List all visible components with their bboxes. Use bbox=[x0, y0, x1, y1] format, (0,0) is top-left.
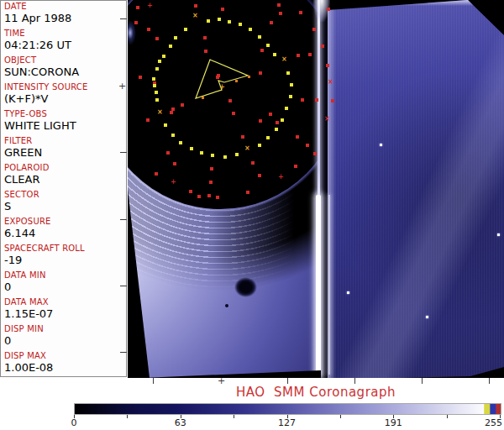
fiducial-red-dot bbox=[181, 103, 184, 107]
field-label: TIME bbox=[4, 29, 126, 39]
fiducial-red-dot bbox=[270, 21, 273, 24]
fiducial-red-x: × bbox=[328, 79, 333, 86]
fiducial-red-dot bbox=[306, 144, 309, 147]
colorbar-label: 63 bbox=[175, 417, 186, 428]
fiducial-red-dot bbox=[232, 112, 235, 115]
fiducial-red-dot bbox=[321, 45, 324, 48]
field-value: SUN:CORONA bbox=[4, 66, 126, 78]
field-label: SPACECRAFT ROLL bbox=[4, 244, 126, 254]
fiducial-red-x: × bbox=[324, 116, 330, 123]
colorbar-label: 127 bbox=[278, 417, 296, 428]
bottom-axis-tick bbox=[354, 378, 355, 384]
field-value: (K+F)*V bbox=[4, 92, 126, 105]
fiducial-red-dot bbox=[246, 191, 249, 194]
fiducial-yellow-dot bbox=[190, 147, 193, 150]
field-label: TYPE-OBS bbox=[4, 109, 126, 119]
fiducial-marks-layer: ××××××++++ bbox=[128, 0, 504, 378]
fiducial-yellow-x: × bbox=[192, 13, 198, 19]
fiducial-red-dot bbox=[228, 99, 232, 102]
fiducial-red-dot bbox=[166, 151, 170, 155]
field-label: DISP MAX bbox=[4, 351, 126, 361]
fiducial-yellow-dot bbox=[228, 20, 231, 24]
fiducial-yellow-dot bbox=[164, 123, 167, 127]
metadata-field-exposure: EXPOSURE 6.144 bbox=[1, 216, 126, 243]
fiducial-yellow-dot bbox=[249, 28, 252, 31]
fiducial-red-dot bbox=[189, 190, 192, 193]
colorbar-label: 255 bbox=[485, 417, 502, 428]
field-value: 0 bbox=[4, 281, 126, 293]
left-axis-tick bbox=[120, 286, 127, 286]
fiducial-yellow-dot bbox=[239, 23, 242, 26]
fiducial-orange-dot bbox=[202, 97, 204, 99]
fiducial-yellow-dot bbox=[286, 71, 290, 75]
fiducial-yellow-dot bbox=[152, 77, 155, 81]
metadata-field-filter: FILTER GREEN bbox=[1, 135, 126, 162]
fiducial-red-dot bbox=[259, 119, 262, 123]
fiducial-red-dot bbox=[173, 162, 176, 165]
fiducial-red-dot bbox=[194, 4, 197, 8]
left-axis-plus: + bbox=[118, 82, 126, 91]
star-speck bbox=[497, 233, 500, 236]
field-value: 11 Apr 1988 bbox=[4, 12, 126, 24]
field-value: 1.15E-07 bbox=[4, 307, 126, 320]
sun-center-plus: + bbox=[219, 84, 225, 91]
fiducial-red-dot bbox=[146, 118, 150, 122]
field-value: WHITE LIGHT bbox=[4, 119, 126, 132]
fiducial-yellow-dot bbox=[153, 84, 156, 87]
bottom-axis-tick bbox=[422, 378, 423, 384]
fiducial-yellow-x: × bbox=[157, 109, 163, 116]
fiducial-yellow-dot bbox=[184, 28, 187, 31]
field-value: 1.00E-08 bbox=[4, 361, 126, 374]
fiducial-red-plus: + bbox=[278, 174, 284, 181]
left-axis-tick bbox=[120, 18, 127, 19]
fiducial-red-dot bbox=[260, 49, 264, 52]
field-label: EXPOSURE bbox=[4, 217, 126, 227]
fiducial-red-dot bbox=[134, 21, 138, 24]
fiducial-red-dot bbox=[297, 54, 300, 57]
metadata-field-disp-min: DISP MIN 0 bbox=[1, 323, 126, 350]
fiducial-yellow-x: × bbox=[281, 56, 287, 63]
fiducial-yellow-dot bbox=[266, 136, 270, 139]
fiducial-red-dot bbox=[269, 113, 272, 116]
fiducial-red-dot bbox=[216, 196, 219, 199]
fiducial-yellow-dot bbox=[155, 91, 158, 94]
fiducial-red-dot bbox=[136, 6, 139, 9]
fiducial-yellow-dot bbox=[169, 45, 172, 48]
fiducial-red-plus: + bbox=[147, 3, 153, 9]
field-value: 6.144 bbox=[4, 227, 126, 239]
fiducial-yellow-dot bbox=[207, 19, 210, 23]
coronagraph-image: ××××××++++ bbox=[128, 0, 504, 378]
fiducial-red-dot bbox=[294, 165, 297, 168]
fiducial-red-dot bbox=[155, 37, 159, 40]
left-axis-tick bbox=[120, 152, 127, 153]
metadata-sidebar: DATE 11 Apr 1988TIME 04:21:26 UTOBJECT S… bbox=[0, 0, 127, 377]
fiducial-red-dot bbox=[155, 172, 158, 176]
bottom-axis-tick bbox=[287, 378, 288, 384]
fiducial-red-dot bbox=[207, 194, 211, 197]
fiducial-yellow-dot bbox=[258, 35, 261, 39]
field-value: S bbox=[4, 200, 126, 212]
fiducial-red-dot bbox=[221, 8, 224, 11]
metadata-field-sector: SECTOR S bbox=[1, 189, 126, 216]
fiducial-yellow-dot bbox=[275, 128, 278, 131]
fiducial-yellow-dot bbox=[218, 18, 221, 21]
fiducial-red-dot bbox=[313, 152, 317, 155]
field-label: DISP MIN bbox=[4, 324, 126, 334]
fiducial-yellow-dot bbox=[200, 151, 203, 155]
fiducial-yellow-dot bbox=[290, 83, 293, 87]
metadata-field-type-obs: TYPE-OBS WHITE LIGHT bbox=[1, 108, 126, 135]
fiducial-red-dot bbox=[209, 181, 213, 184]
star-speck bbox=[426, 316, 428, 318]
metadata-field-date: DATE 11 Apr 1988 bbox=[1, 1, 126, 28]
field-value: CLEAR bbox=[4, 173, 126, 186]
field-label: DATA MIN bbox=[4, 270, 126, 281]
metadata-field-object: OBJECT SUN:CORONA bbox=[1, 55, 126, 81]
smm-coronagraph-viewer: DATE 11 Apr 1988TIME 04:21:26 UTOBJECT S… bbox=[0, 0, 504, 430]
metadata-field-time: TIME 04:21:26 UT bbox=[1, 28, 126, 55]
fiducial-red-dot bbox=[299, 11, 302, 14]
fiducial-orange-dot bbox=[235, 80, 238, 82]
fiducial-yellow-dot bbox=[289, 95, 292, 98]
fiducial-red-dot bbox=[203, 36, 207, 39]
metadata-field-intensity-source: INTENSITY SOURCE (K+F)*V bbox=[1, 81, 126, 108]
star-speck bbox=[347, 291, 349, 294]
